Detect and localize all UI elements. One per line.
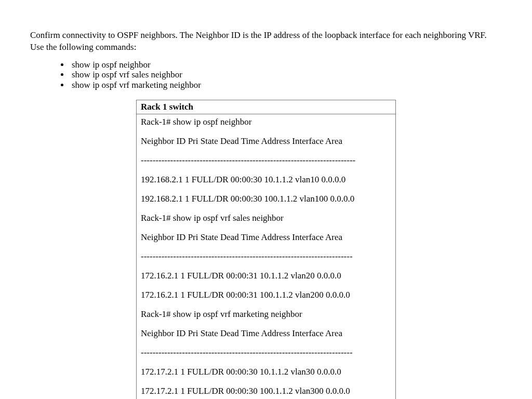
- box-title: Rack 1 switch: [137, 100, 395, 115]
- list-item: show ip ospf vrf sales neighbor: [70, 70, 502, 80]
- output-line: Rack-1# show ip ospf neighbor: [141, 116, 391, 128]
- intro-text: Confirm connectivity to OSPF neighbors. …: [30, 30, 502, 54]
- output-line: Neighbor ID Pri State Dead Time Address …: [141, 328, 391, 340]
- output-line: 172.17.2.1 1 FULL/DR 00:00:30 100.1.1.2 …: [141, 385, 391, 397]
- output-line: Rack-1# show ip ospf vrf sales neighbor: [141, 212, 391, 224]
- box-body: Rack-1# show ip ospf neighbor Neighbor I…: [137, 114, 395, 399]
- output-line: ----------------------------------------…: [141, 251, 391, 263]
- output-box: Rack 1 switch Rack-1# show ip ospf neigh…: [136, 100, 396, 399]
- list-item: show ip ospf neighbor: [70, 60, 502, 70]
- output-line: ----------------------------------------…: [141, 155, 391, 167]
- output-line: ----------------------------------------…: [141, 347, 391, 359]
- output-line: 172.16.2.1 1 FULL/DR 00:00:31 10.1.1.2 v…: [141, 270, 391, 282]
- output-line: Neighbor ID Pri State Dead Time Address …: [141, 136, 391, 148]
- output-line: 172.17.2.1 1 FULL/DR 00:00:30 10.1.1.2 v…: [141, 366, 391, 378]
- output-line: 192.168.2.1 1 FULL/DR 00:00:30 100.1.1.2…: [141, 193, 391, 205]
- output-line: Neighbor ID Pri State Dead Time Address …: [141, 232, 391, 244]
- output-line: 192.168.2.1 1 FULL/DR 00:00:30 10.1.1.2 …: [141, 174, 391, 186]
- output-line: 172.16.2.1 1 FULL/DR 00:00:31 100.1.1.2 …: [141, 289, 391, 301]
- command-list: show ip ospf neighbor show ip ospf vrf s…: [30, 60, 502, 90]
- list-item: show ip ospf vrf marketing neighbor: [70, 80, 502, 90]
- output-line: Rack-1# show ip ospf vrf marketing neigh…: [141, 309, 391, 321]
